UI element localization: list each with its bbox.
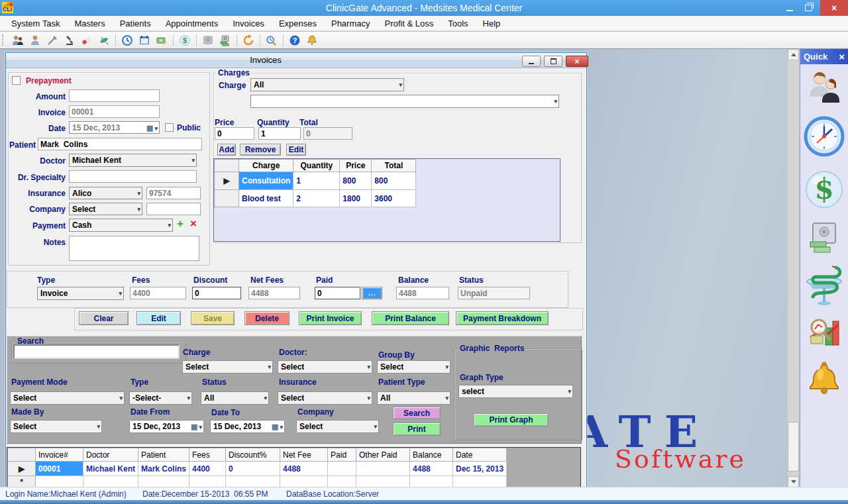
- search-doctor-select[interactable]: Select▾: [278, 360, 372, 374]
- payment-select[interactable]: Cash▾: [69, 219, 173, 232]
- netfee-cell[interactable]: 4488: [280, 462, 328, 476]
- charge-cell[interactable]: Blood test: [239, 190, 293, 207]
- scroll-up-button[interactable]: [788, 49, 799, 60]
- charges-header-selector[interactable]: [215, 160, 239, 172]
- expenses-money-icon[interactable]: [219, 34, 232, 47]
- patient-icon[interactable]: [28, 34, 42, 47]
- menu-system-task[interactable]: System Task: [4, 17, 67, 30]
- menu-tools[interactable]: Tools: [441, 17, 475, 30]
- row-selector-cell[interactable]: [215, 190, 239, 207]
- dollar-icon[interactable]: $: [178, 34, 191, 47]
- patient-type-select[interactable]: All▾: [377, 391, 450, 405]
- grid-header-invoice[interactable]: Invoice#: [36, 448, 83, 462]
- delete-button[interactable]: Delete: [244, 311, 290, 325]
- clear-button[interactable]: Clear: [79, 311, 129, 325]
- empty-cell[interactable]: [36, 476, 83, 487]
- close-button[interactable]: ×: [820, 0, 848, 16]
- grid-header-otherpaid[interactable]: Other Paid: [356, 448, 410, 462]
- new-invoice-row[interactable]: *: [8, 476, 507, 487]
- menu-masters[interactable]: Masters: [67, 17, 112, 30]
- discount-cell[interactable]: 0: [226, 462, 280, 476]
- row-selector-icon[interactable]: ▶: [8, 462, 36, 476]
- microscope-icon[interactable]: [63, 34, 76, 47]
- patients-icon[interactable]: [806, 68, 842, 107]
- add-payment-icon[interactable]: +: [177, 218, 184, 229]
- quick-close-icon[interactable]: ×: [839, 52, 845, 62]
- charges-row[interactable]: Blood test 2 1800 3600: [215, 190, 416, 207]
- help-icon[interactable]: ?: [288, 34, 301, 47]
- empty-cell[interactable]: [138, 476, 189, 487]
- search-input[interactable]: [13, 344, 180, 359]
- date-to-picker[interactable]: 15 Dec, 2013▦▾: [210, 420, 285, 433]
- search-button[interactable]: Search: [393, 407, 441, 419]
- total-cell[interactable]: 800: [372, 172, 416, 190]
- expenses-safe-icon[interactable]: [808, 221, 841, 256]
- search-charge-select[interactable]: Select▾: [182, 360, 273, 374]
- menu-appointments[interactable]: Appointments: [158, 17, 226, 30]
- invoice-row[interactable]: ▶ 00001 Michael Kent Mark Colins 4400 0 …: [8, 462, 507, 476]
- doctor-cell[interactable]: Michael Kent: [83, 462, 138, 476]
- alerts-bell-icon[interactable]: [305, 34, 319, 47]
- company-number-field[interactable]: [146, 203, 201, 215]
- invoices-minimize-button[interactable]: [522, 56, 541, 67]
- empty-cell[interactable]: [356, 476, 410, 487]
- charge-category-select[interactable]: All▾: [250, 78, 404, 91]
- invoices-window-titlebar[interactable]: Invoices ×: [6, 53, 586, 68]
- print-invoice-button[interactable]: Print Invoice: [299, 311, 362, 325]
- grid-header-fees[interactable]: Fees: [189, 448, 226, 462]
- fees-cell[interactable]: 4400: [189, 462, 226, 476]
- grid-header-discount[interactable]: Discount%: [226, 448, 280, 462]
- menu-expenses[interactable]: Expenses: [272, 17, 324, 30]
- search-company-select[interactable]: Select▾: [296, 420, 379, 433]
- alerts-bell-icon[interactable]: [806, 360, 843, 399]
- remove-charge-button[interactable]: Remove: [240, 144, 281, 156]
- pills-icon[interactable]: [80, 34, 93, 47]
- company-select[interactable]: Select▾: [69, 203, 142, 215]
- empty-cell[interactable]: [328, 476, 356, 487]
- patients-icon[interactable]: [11, 34, 25, 47]
- empty-cell[interactable]: [280, 476, 328, 487]
- menu-help[interactable]: Help: [476, 17, 508, 30]
- edit-charge-button[interactable]: Edit: [286, 144, 306, 156]
- charges-header-total[interactable]: Total: [372, 160, 416, 172]
- reports-chart-icon[interactable]: [808, 316, 841, 352]
- empty-cell[interactable]: [410, 476, 453, 487]
- print-button[interactable]: Print: [393, 423, 441, 436]
- edit-button[interactable]: Edit: [136, 311, 181, 325]
- empty-cell[interactable]: [83, 476, 138, 487]
- grid-header-patient[interactable]: Patient: [138, 448, 189, 462]
- pharmacy-icon[interactable]: [803, 264, 845, 309]
- scrollbar-thumb[interactable]: [788, 422, 799, 472]
- menu-pharmacy[interactable]: Pharmacy: [324, 17, 378, 30]
- fees-field[interactable]: 4400: [130, 287, 186, 299]
- public-checkbox[interactable]: [165, 123, 174, 132]
- type-select[interactable]: Invoice▾: [37, 287, 124, 300]
- patient-field[interactable]: Mark Colins: [38, 138, 202, 150]
- grid-header-netfee[interactable]: Net Fee: [280, 448, 328, 462]
- print-graph-button[interactable]: Print Graph: [474, 413, 549, 427]
- total-cell[interactable]: 3600: [372, 190, 416, 207]
- notes-field[interactable]: [69, 236, 199, 261]
- doctor-select[interactable]: Michael Kent▾: [69, 154, 197, 167]
- invoice-money-icon[interactable]: [155, 34, 168, 47]
- charges-header-price[interactable]: Price: [340, 160, 372, 172]
- search-status-select[interactable]: All▾: [201, 391, 269, 405]
- quantity-cell[interactable]: 2: [293, 190, 340, 207]
- balance-cell[interactable]: 4488: [410, 462, 453, 476]
- invoices-maximize-button[interactable]: [544, 56, 562, 67]
- scroll-down-button[interactable]: [788, 476, 799, 487]
- grid-header-selector[interactable]: [8, 448, 36, 462]
- grid-header-date[interactable]: Date: [453, 448, 507, 462]
- charge-item-select[interactable]: ▾: [250, 95, 559, 108]
- save-button[interactable]: Save: [191, 311, 235, 325]
- balance-field[interactable]: 4488: [396, 287, 449, 299]
- grid-header-paid[interactable]: Paid: [328, 448, 356, 462]
- payment-mode-select[interactable]: Select▾: [10, 391, 125, 405]
- price-field[interactable]: 0: [215, 127, 254, 140]
- dr-specialty-field[interactable]: [69, 170, 197, 183]
- insurance-select[interactable]: Alico▾: [69, 187, 142, 199]
- empty-cell[interactable]: [189, 476, 226, 487]
- toolbar-grip[interactable]: [2, 34, 7, 46]
- menu-profit-loss[interactable]: Profit & Loss: [378, 17, 441, 30]
- payment-breakdown-button[interactable]: Payment Breakdown: [456, 311, 549, 325]
